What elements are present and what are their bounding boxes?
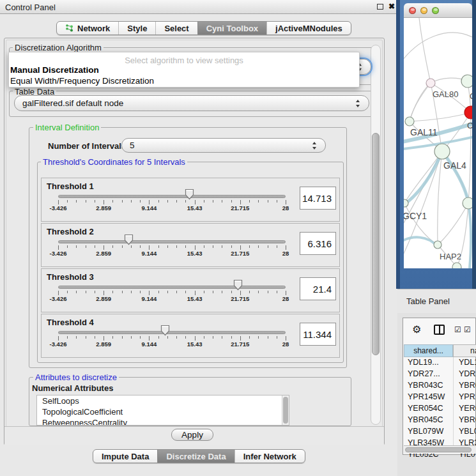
tick-mark xyxy=(231,291,232,293)
tab-style[interactable]: Style xyxy=(118,22,155,35)
tick-mark xyxy=(167,336,168,339)
network-node-8[interactable] xyxy=(452,263,461,268)
attribute-items: SelfLoopsTopologicalCoefficientBetweenne… xyxy=(37,395,289,426)
number-of-intervals-label: Number of Intervals xyxy=(48,141,126,151)
network-window: GAL80G.CGAL11GAL4GCY1HHAP2 xyxy=(396,0,476,289)
slider-track[interactable] xyxy=(58,331,286,334)
table-row[interactable]: YBR043CYBR0 xyxy=(404,380,476,392)
tab-network[interactable]: Network xyxy=(57,22,118,35)
tab-select[interactable]: Select xyxy=(155,22,197,35)
algorithm-option-manual-discretization[interactable]: Manual Discretization xyxy=(10,65,99,75)
threshold-label: Threshold 2 xyxy=(47,227,94,236)
attribute-item-betweennesscentrality[interactable]: BetweennessCentrality xyxy=(37,417,289,426)
tick-mark xyxy=(158,200,159,203)
network-node-h[interactable] xyxy=(463,197,472,209)
network-node-gal11[interactable] xyxy=(405,117,414,126)
network-node-gcy1[interactable] xyxy=(404,199,408,207)
tick-mark xyxy=(131,245,132,248)
column-header-name[interactable]: na xyxy=(453,344,476,357)
algorithm-option-equal-width-frequency-discretization[interactable]: Equal Width/Frequency Discretization xyxy=(10,76,154,86)
tab-discretize-data[interactable]: Discretize Data xyxy=(157,450,234,463)
float-window-icon[interactable] xyxy=(377,4,383,10)
network-node-gal4[interactable] xyxy=(434,144,450,159)
group-label-threshold-coordinates: Threshold's Coordinates for 5 Intervals xyxy=(41,157,187,167)
tab-cyni-toolbox[interactable]: Cyni Toolbox xyxy=(197,22,266,35)
threshold-value-field[interactable]: 14.713 xyxy=(300,187,336,210)
mac-close-button[interactable] xyxy=(409,7,416,14)
list-vertical-scrollbar[interactable] xyxy=(282,395,289,425)
tab-label: Infer Network xyxy=(243,452,296,461)
network-canvas[interactable]: GAL80G.CGAL11GAL4GCY1HHAP2 xyxy=(404,18,472,268)
threshold-panel-threshold-2: Threshold 2-3.4262.8599.14415.4321.71528… xyxy=(41,223,340,267)
slider-track[interactable] xyxy=(58,286,286,289)
control-panel-titlebar: Control Panel ✖ xyxy=(0,0,397,14)
tab-impute-data[interactable]: Impute Data xyxy=(93,450,157,463)
threshold-value-field[interactable]: 21.4 xyxy=(300,277,336,300)
tab-infer-network[interactable]: Infer Network xyxy=(234,450,305,463)
slider-thumb[interactable] xyxy=(233,279,243,291)
number-of-intervals-combobox[interactable]: 5 xyxy=(121,138,326,153)
network-node-hap2[interactable] xyxy=(434,241,441,249)
checkbox-icon[interactable]: ☑ xyxy=(464,325,471,334)
network-node-gal80[interactable] xyxy=(426,79,435,88)
tick-mark xyxy=(231,200,232,203)
tick-label: 28 xyxy=(282,250,289,257)
table-data-combobox[interactable]: galFiltered.sif default node xyxy=(14,95,369,111)
network-node-1[interactable] xyxy=(461,75,472,88)
table-row[interactable]: YER054CYER0 xyxy=(404,403,476,415)
mac-zoom-button[interactable] xyxy=(432,7,439,14)
tick-label: 28 xyxy=(282,341,289,348)
tick-mark xyxy=(195,200,196,204)
table-horizontal-scrollbar[interactable] xyxy=(404,445,476,454)
threshold-label: Threshold 4 xyxy=(47,318,94,327)
numerical-attributes-list[interactable]: SelfLoopsTopologicalCoefficientBetweenne… xyxy=(36,395,289,426)
tab-label: Network xyxy=(77,24,110,33)
table-row[interactable]: YDL19...YDL1 xyxy=(404,357,476,369)
panel-vertical-scrollbar[interactable] xyxy=(371,45,381,425)
mac-minimize-button[interactable] xyxy=(420,7,427,14)
column-header-shared[interactable]: shared... xyxy=(404,344,453,357)
list-scrollbar-thumb[interactable] xyxy=(283,397,288,424)
apply-button[interactable]: Apply xyxy=(171,429,213,441)
close-icon[interactable]: ✖ xyxy=(388,2,395,11)
tick-mark xyxy=(58,245,59,250)
network-window-titlebar[interactable] xyxy=(404,3,472,18)
tab-label: Style xyxy=(127,24,147,33)
cell-shared-name: YDR27... xyxy=(408,369,440,378)
threshold-value-field[interactable]: 11.344 xyxy=(300,323,336,346)
tab-jactivemnodules[interactable]: jActiveMNodules xyxy=(266,22,351,35)
network-edge xyxy=(404,33,472,63)
table-scrollbar-thumb[interactable] xyxy=(405,447,472,452)
slider-thumb[interactable] xyxy=(185,188,194,200)
slider-track[interactable] xyxy=(58,240,286,243)
tick-mark xyxy=(122,291,123,293)
tick-mark xyxy=(140,291,141,293)
network-node-label: GAL4 xyxy=(443,160,466,171)
network-edge xyxy=(419,18,431,83)
columns-icon[interactable] xyxy=(434,325,445,335)
tick-label: 28 xyxy=(282,204,289,211)
table-row[interactable]: YPR145WYPR1 xyxy=(404,392,476,403)
tick-mark xyxy=(158,245,159,248)
table-row[interactable]: YBL079WYBL0 xyxy=(404,426,476,438)
table-row[interactable]: YBR045CYBR0 xyxy=(404,415,476,426)
threshold-value-field[interactable]: 6.316 xyxy=(300,232,336,255)
window-border-right xyxy=(472,0,476,289)
table-row[interactable]: YDR27...YDR2 xyxy=(404,369,476,380)
tick-mark xyxy=(67,245,68,248)
tick-mark xyxy=(176,200,177,203)
attribute-item-selfloops[interactable]: SelfLoops xyxy=(37,395,289,406)
tick-mark xyxy=(277,245,277,248)
panel-scrollbar-thumb[interactable] xyxy=(372,133,380,355)
node-table: ⚙ ☑ ☑ shared... na YDL19...YDL1YDR27...Y… xyxy=(403,318,476,455)
tick-mark xyxy=(131,336,132,339)
tick-mark xyxy=(176,336,177,339)
gear-icon[interactable]: ⚙ xyxy=(412,323,421,335)
checkbox-icon[interactable]: ☑ xyxy=(454,325,461,334)
slider-track[interactable] xyxy=(58,195,286,198)
cell-shared-name: YER054C xyxy=(408,404,443,413)
tick-mark xyxy=(258,200,259,203)
slider-thumb[interactable] xyxy=(124,234,134,245)
attribute-item-topologicalcoefficient[interactable]: TopologicalCoefficient xyxy=(37,406,289,417)
slider-thumb[interactable] xyxy=(160,325,170,336)
